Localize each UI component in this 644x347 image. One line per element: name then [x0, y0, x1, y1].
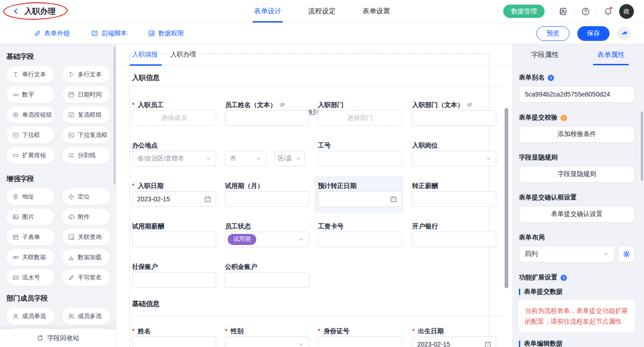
form-layout-row: 四列 [519, 246, 635, 262]
field-button-multi-select[interactable]: 下拉复选框 [62, 127, 110, 143]
tab-form-properties[interactable]: 表单属性 [578, 44, 644, 65]
field-button-image[interactable]: 图片 [6, 209, 54, 225]
field-visibility-label: 字段显隐规则 [519, 154, 635, 162]
header-actions: 数据管理 政 [503, 4, 644, 19]
form-field-onboard-dept: 入职部门 [318, 100, 346, 109]
member-single-icon [12, 313, 19, 319]
page-title: 入职办理 [24, 6, 56, 17]
field-button-lookup-query[interactable]: 关联查询 [62, 229, 110, 245]
add-validation-button[interactable]: 添加校验条件 [519, 126, 635, 142]
field-recycle-bin[interactable]: 字段回收站 [0, 329, 116, 347]
save-button[interactable]: 保存 [577, 26, 610, 41]
form-alias-label: 表单别名 ? [519, 74, 635, 82]
housing-fund-input[interactable] [225, 272, 309, 288]
tab-flow-setting[interactable]: 流程设定 [308, 0, 336, 23]
field-button-serial-number[interactable]: 流水号 [6, 269, 54, 286]
canvas-tab-onboard-fill[interactable]: 入职填报 [130, 50, 160, 60]
address-book-icon[interactable] [559, 7, 567, 16]
gender-select[interactable] [225, 336, 309, 347]
form-external-link-button[interactable]: 表单外链 [34, 29, 70, 38]
svg-text:123: 123 [13, 93, 18, 97]
field-button-location[interactable]: 定位 [62, 188, 110, 205]
calendar-icon: 7 [390, 196, 397, 203]
birth-date-input[interactable]: 2023-02-157 [412, 336, 496, 347]
district-select[interactable]: 区/县 [274, 151, 305, 166]
city-select[interactable]: 市 [225, 151, 266, 166]
employee-name-input[interactable] [225, 110, 309, 126]
form-field-onboard-date: *入职日期 [132, 181, 166, 190]
name-input[interactable] [132, 336, 216, 347]
field-button-signature[interactable]: 手写签名 [62, 269, 110, 286]
field-button-datetime[interactable]: 日期时间 [62, 86, 110, 103]
field-button-radio-group[interactable]: 单选按钮组 [6, 107, 54, 123]
question-circle-icon[interactable]: ? [547, 74, 554, 81]
form-alias-input[interactable]: 5ca994b2ca2d5755e8050d24 [519, 86, 635, 102]
onboard-date-input[interactable]: 2023-02-157 [132, 191, 216, 207]
field-button-linked-data[interactable]: 关联数据 [6, 249, 54, 266]
radio-group-icon [12, 112, 19, 118]
field-visibility-button[interactable]: 字段显隐规则 [519, 166, 635, 182]
field-button-multi-line-text[interactable]: 多行文本 [62, 66, 110, 83]
chevron-left-icon [12, 8, 19, 15]
bank-input[interactable] [412, 232, 496, 247]
layout-select[interactable]: 四列 [519, 246, 615, 262]
section-title-onboard-info: 入职信息 [132, 74, 162, 82]
backend-script-button[interactable]: 后端脚本 [91, 29, 127, 38]
dept-picker-input[interactable]: 选择部门 [318, 110, 402, 126]
submit-confirm-button[interactable]: 表单提交确认设置 [519, 206, 635, 222]
back-button[interactable]: 入职办理 [0, 6, 56, 17]
canvas-tab-onboard-handle[interactable]: 入职办理 [168, 50, 198, 60]
dept-text-input[interactable] [412, 110, 496, 126]
employee-status-select[interactable]: 试用期 [225, 232, 309, 247]
panel-scrollbar[interactable] [641, 112, 643, 181]
province-select[interactable]: 省/自治区/直辖市 [132, 151, 216, 166]
question-circle-icon[interactable]: ? [560, 274, 567, 281]
field-button-number[interactable]: 123数字 [6, 86, 54, 103]
notification-bell-icon[interactable] [604, 7, 612, 16]
divider [597, 8, 597, 15]
member-picker-input[interactable]: 选择成员 [132, 110, 216, 126]
id-number-input[interactable] [318, 336, 402, 347]
tab-form-setting[interactable]: 表单设置 [362, 0, 390, 23]
edit-data-group: 表单编辑数据 [519, 340, 635, 347]
tab-form-design[interactable]: 表单设计 [254, 0, 282, 23]
canvas-scrollbar[interactable] [505, 108, 508, 288]
help-icon[interactable] [581, 7, 590, 16]
data-permission-button[interactable]: 数据权限 [148, 29, 184, 38]
field-button-divider-line[interactable]: 分割线 [62, 147, 110, 164]
field-button-member-single[interactable]: 成员单选 [6, 308, 54, 324]
form-field-gender: *性别 [225, 326, 246, 336]
field-button-address[interactable]: 地址 [6, 188, 54, 205]
sidebar-scrollbar[interactable] [114, 46, 115, 184]
field-button-data-load[interactable]: 数据加载 [62, 249, 110, 266]
calendar-icon: 7 [204, 196, 211, 203]
preview-button[interactable]: 预览 [536, 26, 569, 41]
field-button-extend-button[interactable]: 扩展按钮 [6, 147, 54, 164]
warning-circle-icon[interactable] [560, 114, 567, 121]
job-number-input[interactable] [318, 151, 402, 166]
form-field-probation-months: 试用期（月） [225, 181, 266, 190]
regular-salary-input[interactable] [412, 191, 496, 207]
field-button-select[interactable]: 下拉框 [6, 127, 54, 143]
field-button-single-line-text[interactable]: 单行文本 [6, 66, 54, 83]
canvas-tab-bar: 入职填报 入职办理 [116, 44, 512, 66]
field-button-subform[interactable]: 子表单 [6, 229, 54, 245]
probation-salary-input[interactable] [132, 232, 216, 247]
share-button[interactable] [617, 27, 631, 40]
avatar[interactable]: 政 [619, 4, 634, 19]
position-select[interactable] [412, 151, 496, 166]
field-button-attachment[interactable]: 附件 [62, 209, 110, 225]
submit-data-group: 表单提交数据 [519, 288, 635, 296]
field-button-checkbox-group[interactable]: 复选框组 [62, 107, 110, 123]
required-mark: * [132, 181, 134, 190]
tab-field-properties[interactable]: 字段属性 [512, 44, 578, 65]
salary-card-input[interactable] [318, 232, 402, 247]
social-security-input[interactable] [132, 272, 216, 288]
data-manage-button[interactable]: 数据管理 [503, 5, 545, 18]
expected-regular-date-input[interactable]: 7 [318, 191, 402, 207]
form-field-expected-regular-date: 预计转正日期 [318, 181, 359, 190]
layout-settings-button[interactable] [618, 246, 635, 262]
probation-months-input[interactable] [225, 191, 309, 207]
field-button-member-multi[interactable]: 成员多选 [62, 308, 110, 324]
form-field-bank: 开户银行 [412, 222, 440, 231]
